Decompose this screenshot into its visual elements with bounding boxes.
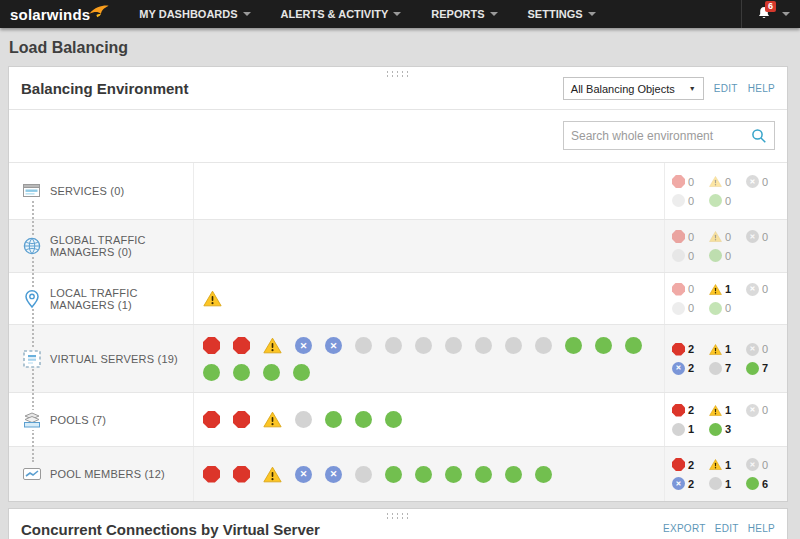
status-unmanaged-icon[interactable]: ✕ — [295, 466, 312, 483]
status-warning-icon[interactable] — [203, 289, 222, 308]
status-down-icon[interactable] — [203, 337, 220, 354]
search-input[interactable] — [571, 129, 751, 143]
status-up-icon[interactable] — [263, 364, 280, 381]
status-unknown-icon[interactable] — [445, 337, 462, 354]
status-down-icon[interactable] — [203, 411, 220, 428]
global-traffic-managers-icon — [22, 236, 42, 256]
status-up-icon[interactable] — [565, 337, 582, 354]
nav-my-dashboards[interactable]: MY DASHBOARDS — [124, 0, 265, 28]
count-unmanaged: ✕2 — [672, 477, 709, 490]
status-up-icon[interactable] — [325, 411, 342, 428]
count-value: 0 — [688, 302, 694, 314]
status-up-icon[interactable] — [385, 411, 402, 428]
row-label-global-traffic-managers[interactable]: GLOBAL TRAFFIC MANAGERS (0) — [9, 220, 194, 272]
edit-link[interactable]: EDIT — [714, 83, 738, 94]
count-down: 2 — [672, 458, 709, 471]
count-down: 0 — [672, 283, 709, 296]
status-unmanaged-icon[interactable]: ✕ — [325, 466, 342, 483]
drag-handle[interactable] — [385, 512, 411, 520]
row-label-virtual-servers[interactable]: VIRTUAL SERVERS (19) — [9, 325, 194, 392]
status-up-icon[interactable] — [203, 364, 220, 381]
user-menu-caret-icon[interactable] — [782, 12, 790, 16]
count-up: 3 — [709, 423, 746, 436]
status-warning-icon — [709, 458, 722, 471]
status-unknown-icon[interactable] — [475, 337, 492, 354]
status-warning-icon[interactable] — [263, 465, 282, 484]
row-label-services[interactable]: SERVICES (0) — [9, 163, 194, 219]
status-shutdown-icon: ✕ — [746, 404, 759, 417]
count-value: 2 — [688, 478, 694, 490]
pool-members-icon — [22, 464, 42, 484]
status-unknown-icon[interactable] — [415, 337, 432, 354]
status-up-icon[interactable] — [475, 466, 492, 483]
chevron-down-icon — [393, 12, 401, 16]
status-unmanaged-icon[interactable]: ✕ — [325, 337, 342, 354]
status-unknown-icon[interactable] — [505, 337, 522, 354]
help-link[interactable]: HELP — [748, 83, 775, 94]
count-value: 0 — [762, 459, 768, 471]
count-up: 0 — [709, 194, 746, 207]
row-label-text: VIRTUAL SERVERS (19) — [50, 353, 178, 365]
search-icon[interactable] — [751, 128, 767, 144]
status-unknown-icon[interactable] — [355, 466, 372, 483]
status-unknown-icon[interactable] — [355, 337, 372, 354]
status-up-icon[interactable] — [415, 466, 432, 483]
environment-rows: SERVICES (0)00✕000GLOBAL TRAFFIC MANAGER… — [9, 162, 787, 501]
balancing-objects-select[interactable]: All Balancing Objects ▼ — [563, 77, 704, 100]
nav-reports[interactable]: REPORTS — [416, 0, 512, 28]
status-down-icon[interactable] — [233, 466, 250, 483]
count-value: 1 — [688, 423, 694, 435]
status-warning-icon — [709, 230, 722, 243]
status-up-icon[interactable] — [385, 466, 402, 483]
status-up-icon[interactable] — [595, 337, 612, 354]
count-value: 0 — [688, 283, 694, 295]
solarwinds-logo[interactable]: solarwinds — [0, 6, 124, 23]
count-value: 7 — [725, 362, 731, 374]
count-value: 0 — [688, 195, 694, 207]
top-navbar: solarwinds MY DASHBOARDS ALERTS & ACTIVI… — [0, 0, 800, 28]
count-unknown: 0 — [672, 249, 709, 262]
status-up-icon[interactable] — [625, 337, 642, 354]
count-unknown: 1 — [672, 423, 709, 436]
row-status-counts: 21✕0✕277 — [664, 325, 787, 392]
export-link[interactable]: EXPORT — [663, 523, 706, 539]
status-warning-icon[interactable] — [263, 410, 282, 429]
drag-handle[interactable] — [385, 70, 411, 78]
status-unknown-icon[interactable] — [385, 337, 402, 354]
status-unknown-icon — [672, 194, 685, 207]
row-label-pool-members[interactable]: POOL MEMBERS (12) — [9, 447, 194, 501]
nav-settings[interactable]: SETTINGS — [513, 0, 611, 28]
status-down-icon[interactable] — [233, 411, 250, 428]
status-unknown-icon[interactable] — [295, 411, 312, 428]
status-up-icon[interactable] — [293, 364, 310, 381]
nav-alerts-activity[interactable]: ALERTS & ACTIVITY — [266, 0, 417, 28]
status-up-icon[interactable] — [505, 466, 522, 483]
status-up-icon[interactable] — [445, 466, 462, 483]
status-down-icon[interactable] — [203, 466, 220, 483]
status-warning-icon — [709, 404, 722, 417]
count-shutdown: ✕0 — [746, 404, 783, 417]
count-shutdown: ✕0 — [746, 230, 783, 243]
count-warning: 1 — [709, 404, 746, 417]
status-up-icon[interactable] — [355, 411, 372, 428]
row-status-counts: 00✕000 — [664, 220, 787, 272]
panel-title: Concurrent Connections by Virtual Server — [21, 521, 320, 538]
status-unknown-icon — [709, 362, 722, 375]
row-label-text: GLOBAL TRAFFIC MANAGERS (0) — [50, 234, 193, 258]
notifications-bell-icon[interactable]: 6 — [756, 5, 774, 23]
status-warning-icon[interactable] — [263, 336, 282, 355]
status-unknown-icon[interactable] — [535, 337, 552, 354]
status-unmanaged-icon: ✕ — [672, 362, 685, 375]
count-unknown: 1 — [709, 477, 746, 490]
nav-settings-label: SETTINGS — [528, 8, 583, 20]
edit-link[interactable]: EDIT — [715, 523, 739, 539]
help-link[interactable]: HELP — [748, 523, 775, 539]
row-status-dots — [194, 393, 664, 446]
row-label-local-traffic-managers[interactable]: LOCAL TRAFFIC MANAGERS (1) — [9, 273, 194, 324]
status-unmanaged-icon[interactable]: ✕ — [295, 337, 312, 354]
status-down-icon[interactable] — [233, 337, 250, 354]
status-up-icon[interactable] — [535, 466, 552, 483]
row-label-pools[interactable]: POOLS (7) — [9, 393, 194, 446]
status-up-icon[interactable] — [233, 364, 250, 381]
status-shutdown-icon: ✕ — [746, 343, 759, 356]
